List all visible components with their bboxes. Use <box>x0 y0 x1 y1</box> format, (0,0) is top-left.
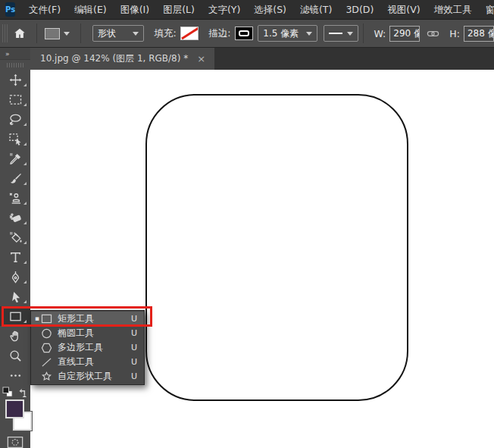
document-tab-title: 10.jpg @ 142% (图层 1, RGB/8) * <box>40 52 188 65</box>
marquee-icon <box>8 92 23 108</box>
line-icon <box>40 357 53 368</box>
menu-3d[interactable]: 3D(D) <box>339 0 380 20</box>
close-icon[interactable]: × <box>197 54 205 64</box>
selection-arrow-icon <box>8 289 23 305</box>
fill-label: 填充: <box>154 27 176 40</box>
options-bar: 形状 填充: 描边: 1.5 像素 W: 290 像 <box>0 20 494 48</box>
chevron-down-icon <box>306 32 312 36</box>
home-button[interactable] <box>8 27 32 40</box>
separator <box>80 23 81 43</box>
eyedropper-tool[interactable] <box>0 149 30 168</box>
width-label: W: <box>374 28 386 39</box>
tool-panel: » <box>0 48 30 448</box>
menu-edit[interactable]: 编辑(E) <box>67 0 114 20</box>
collapse-panel-button[interactable]: » <box>0 48 30 60</box>
clone-stamp-tool[interactable] <box>0 188 30 208</box>
zoom-tool[interactable] <box>0 346 30 365</box>
foreground-color-swatch[interactable] <box>5 399 24 418</box>
photoshop-window: Ps 文件(F) 编辑(E) 图像(I) 图层(L) 文字(Y) 选择(S) 滤… <box>0 0 494 448</box>
height-field[interactable]: 288 像 <box>464 26 494 42</box>
document-tab-bar: 10.jpg @ 142% (图层 1, RGB/8) * × <box>30 48 494 70</box>
move-tool[interactable] <box>0 70 30 89</box>
menu-item-polygon-tool[interactable]: 多边形工具 U <box>31 340 144 355</box>
polygon-icon <box>40 343 53 353</box>
hand-tool[interactable] <box>0 326 30 346</box>
menu-item-label: 直线工具 <box>58 356 94 368</box>
swap-colors-icon[interactable] <box>17 387 29 397</box>
menu-item-label: 矩形工具 <box>58 312 94 325</box>
width-field[interactable]: 290 像 <box>389 26 420 42</box>
chain-link-icon <box>427 27 439 40</box>
rectangular-marquee-tool[interactable] <box>0 89 30 109</box>
brush-tool[interactable] <box>0 168 30 188</box>
magnifier-icon <box>8 348 23 364</box>
menu-item-shortcut: U <box>131 328 137 338</box>
lasso-icon <box>8 111 23 127</box>
menu-window[interactable]: 窗口(W) <box>479 0 494 20</box>
eraser-tool[interactable] <box>0 208 30 227</box>
pen-icon <box>8 269 23 285</box>
menu-layer[interactable]: 图层(L) <box>156 0 202 20</box>
menu-item-custom-shape-tool[interactable]: 自定形状工具 U <box>31 369 144 384</box>
canvas[interactable] <box>30 70 494 448</box>
menu-item-shortcut: U <box>131 343 137 352</box>
menu-file[interactable]: 文件(F) <box>22 0 67 20</box>
shape-tools-flyout-menu: ▪ 矩形工具 U 椭圆工具 U 多边形工具 U <box>30 310 145 385</box>
quick-mask-button[interactable] <box>0 434 30 448</box>
type-icon <box>8 249 23 265</box>
lasso-tool[interactable] <box>0 109 30 129</box>
menu-item-line-tool[interactable]: 直线工具 U <box>31 355 144 369</box>
hand-icon <box>8 328 23 344</box>
stroke-label: 描边: <box>208 27 230 40</box>
stroke-swatch[interactable] <box>235 27 254 40</box>
stroke-width-value: 1.5 像素 <box>263 27 299 40</box>
document-tab[interactable]: 10.jpg @ 142% (图层 1, RGB/8) * × <box>30 48 214 70</box>
paint-bucket-tool[interactable] <box>0 227 30 247</box>
brush-icon <box>8 171 23 186</box>
current-tool-marker: ▪ <box>35 315 40 322</box>
paint-bucket-icon <box>8 230 23 246</box>
rectangle-icon <box>40 314 53 324</box>
menu-select[interactable]: 选择(S) <box>247 0 293 20</box>
separator <box>363 23 364 43</box>
quick-mask-icon <box>7 436 23 448</box>
menu-view[interactable]: 视图(V) <box>380 0 427 20</box>
separator <box>36 23 37 43</box>
object-selection-tool[interactable] <box>0 129 30 149</box>
move-icon <box>8 72 23 88</box>
menu-bar: Ps 文件(F) 编辑(E) 图像(I) 图层(L) 文字(Y) 选择(S) 滤… <box>0 0 494 20</box>
menu-item-label: 椭圆工具 <box>58 327 94 340</box>
path-selection-tool[interactable] <box>0 287 30 306</box>
chevron-down-icon <box>133 32 139 36</box>
menu-filter[interactable]: 滤镜(T) <box>293 0 339 20</box>
stroke-ring-icon <box>239 30 250 36</box>
pen-tool[interactable] <box>0 267 30 287</box>
stroke-width-select[interactable]: 1.5 像素 <box>258 25 317 42</box>
edit-toolbar-button[interactable] <box>0 365 30 385</box>
ellipse-icon <box>40 328 53 339</box>
menu-item-rectangle-tool[interactable]: ▪ 矩形工具 U <box>31 312 144 326</box>
object-selection-icon <box>8 131 23 147</box>
tool-mode-value: 形状 <box>98 27 116 40</box>
ellipsis-icon <box>8 368 23 384</box>
link-dimensions-button[interactable] <box>427 27 439 40</box>
eraser-icon <box>8 210 23 226</box>
tool-preset-picker[interactable] <box>42 28 76 39</box>
stroke-type-select[interactable] <box>324 25 358 42</box>
tool-mode-select[interactable]: 形状 <box>92 25 145 42</box>
menu-item-label: 自定形状工具 <box>58 370 112 383</box>
clone-stamp-icon <box>8 190 23 206</box>
menu-image[interactable]: 图像(I) <box>114 0 156 20</box>
menu-item-ellipse-tool[interactable]: 椭圆工具 U <box>31 326 144 340</box>
panel-grip[interactable] <box>0 60 30 70</box>
fill-swatch[interactable] <box>180 27 199 40</box>
rounded-rectangle-shape <box>145 94 408 401</box>
color-swatches <box>0 399 30 434</box>
menu-type[interactable]: 文字(Y) <box>202 0 247 20</box>
menu-plugins[interactable]: 增效工具 <box>427 0 479 20</box>
rectangle-tool[interactable] <box>0 306 30 326</box>
custom-shape-icon <box>40 371 53 382</box>
default-colors-icon[interactable] <box>2 387 14 398</box>
rectangle-icon <box>8 309 23 324</box>
type-tool[interactable] <box>0 247 30 267</box>
